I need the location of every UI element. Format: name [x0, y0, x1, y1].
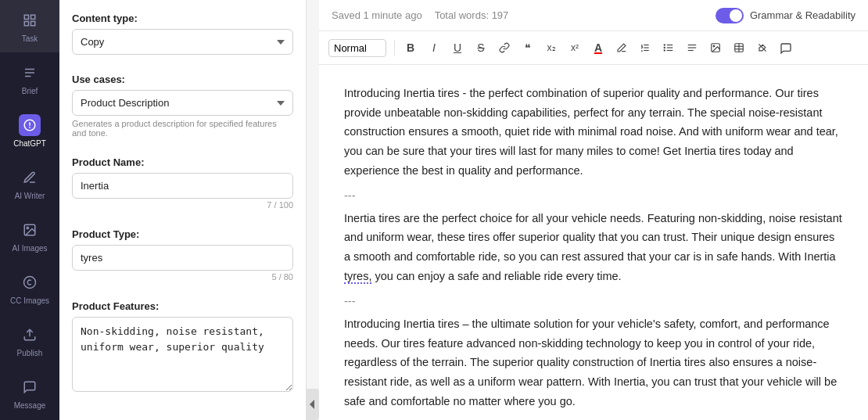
align-button[interactable]: [681, 37, 703, 59]
publish-icon: [19, 324, 41, 346]
product-name-count: 7 / 100: [72, 200, 293, 210]
grammar-label: Grammar & Readability: [750, 9, 855, 21]
svg-point-17: [664, 45, 665, 45]
sidebar: Task Brief ChatGPT AI Writer AI Images C…: [0, 0, 59, 420]
svg-point-19: [664, 50, 665, 51]
underline-button[interactable]: U: [447, 37, 468, 59]
use-cases-label: Use cases:: [72, 74, 293, 85]
ai-writer-icon: [19, 167, 41, 188]
toolbar: Normal Heading 1 Heading 2 Heading 3 B I…: [319, 31, 868, 65]
image-button[interactable]: [705, 37, 726, 59]
svg-point-9: [24, 277, 36, 289]
separator-1: ---: [344, 186, 843, 206]
underline-word: tyres,: [344, 270, 371, 284]
cc-images-icon: [19, 271, 41, 293]
product-type-label: Product Type:: [72, 228, 293, 240]
editor-content[interactable]: Introducing Inertia tires - the perfect …: [319, 65, 868, 420]
sidebar-item-publish[interactable]: Publish: [0, 314, 59, 367]
content-type-label: Content type:: [72, 13, 293, 24]
highlight-button[interactable]: [611, 37, 633, 59]
sidebar-item-ai-images[interactable]: AI Images: [0, 210, 59, 262]
paragraph-1: Introducing Inertia tires - the perfect …: [344, 84, 843, 180]
format-select[interactable]: Normal Heading 1 Heading 2 Heading 3: [328, 39, 386, 57]
bold-button[interactable]: B: [400, 37, 421, 59]
use-case-hint: Generates a product description for spec…: [72, 119, 293, 138]
svg-rect-3: [31, 22, 35, 26]
product-type-count: 5 / 80: [72, 272, 293, 282]
blockquote-button[interactable]: ❝: [517, 37, 539, 59]
use-case-select[interactable]: Product Description About Us Landing Pag…: [72, 90, 293, 116]
text-color-button[interactable]: A: [587, 37, 609, 59]
product-type-section: Product Type: tyres 5 / 80: [72, 228, 293, 291]
svg-rect-1: [31, 15, 35, 19]
content-type-section: Content type: Copy Article Blog Post: [72, 13, 293, 55]
content-type-select[interactable]: Copy Article Blog Post: [72, 29, 293, 55]
superscript-button[interactable]: x²: [564, 37, 586, 59]
brief-icon: [19, 62, 41, 84]
svg-point-18: [664, 47, 665, 48]
svg-rect-0: [24, 15, 28, 19]
toolbar-divider-1: [394, 40, 395, 56]
product-features-input[interactable]: [72, 317, 293, 392]
paragraph-3: Introducing Inertia tires – the ultimate…: [344, 314, 843, 411]
editor-area: Saved 1 minute ago Total words: 197 Gram…: [319, 0, 868, 420]
subscript-button[interactable]: x₂: [540, 37, 562, 59]
unordered-list-button[interactable]: [658, 37, 680, 59]
product-type-input[interactable]: tyres: [72, 245, 293, 271]
top-bar: Saved 1 minute ago Total words: 197 Gram…: [319, 0, 868, 31]
svg-point-24: [713, 45, 715, 47]
svg-point-8: [27, 227, 28, 228]
svg-rect-2: [24, 22, 28, 26]
sidebar-item-task[interactable]: Task: [0, 0, 59, 52]
link-button[interactable]: [493, 37, 515, 59]
grammar-toggle[interactable]: [716, 8, 744, 23]
sidebar-item-chatgpt[interactable]: ChatGPT: [0, 105, 59, 157]
strikethrough-button[interactable]: S: [470, 37, 492, 59]
grammar-toggle-group: Grammar & Readability: [716, 8, 855, 23]
word-count: Total words: 197: [435, 9, 509, 21]
italic-button[interactable]: I: [423, 37, 445, 59]
sidebar-item-ai-writer[interactable]: AI Writer: [0, 157, 59, 210]
task-icon: [19, 9, 41, 31]
sidebar-item-cc-images[interactable]: CC Images: [0, 262, 59, 314]
settings-panel: Content type: Copy Article Blog Post Use…: [59, 0, 307, 420]
product-features-section: Product Features:: [72, 300, 293, 395]
sidebar-item-brief[interactable]: Brief: [0, 52, 59, 105]
comment-button[interactable]: [775, 38, 797, 59]
product-features-label: Product Features:: [72, 300, 293, 312]
chatgpt-icon: [19, 114, 41, 136]
clear-format-button[interactable]: [751, 37, 773, 59]
product-name-section: Product Name: Inertia 7 / 100: [72, 156, 293, 219]
paragraph-2: Inertia tires are the perfect choice for…: [344, 209, 843, 286]
product-name-input[interactable]: Inertia: [72, 173, 293, 199]
saved-status: Saved 1 minute ago: [332, 9, 422, 21]
product-name-label: Product Name:: [72, 156, 293, 168]
table-button[interactable]: [728, 37, 750, 59]
separator-2: ---: [344, 292, 843, 311]
ai-images-icon: [19, 219, 41, 241]
ordered-list-button[interactable]: [634, 37, 656, 59]
use-cases-section: Use cases: Product Description About Us …: [72, 74, 293, 147]
message-icon: [19, 376, 41, 398]
collapse-handle[interactable]: [307, 389, 319, 420]
sidebar-item-message[interactable]: Message: [0, 367, 59, 419]
